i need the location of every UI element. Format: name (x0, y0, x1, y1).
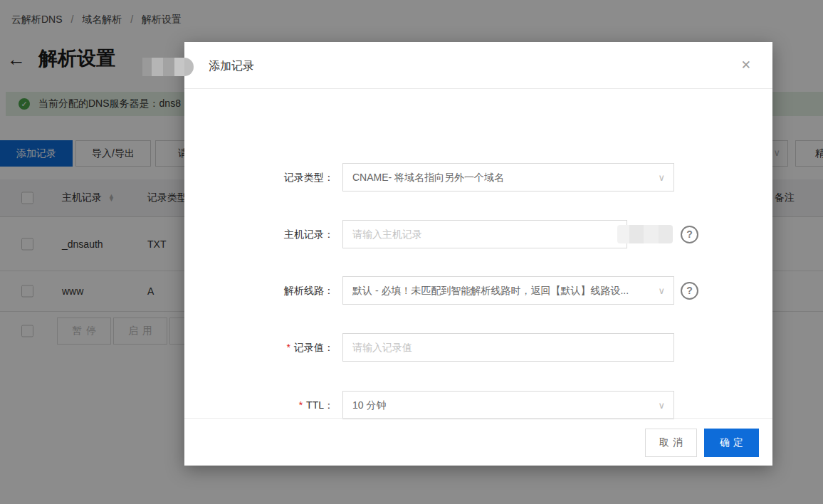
record-value-input-wrap (342, 333, 674, 362)
chevron-down-icon: ∨ (658, 392, 665, 419)
ttl-select[interactable]: 10 分钟 ∨ (342, 391, 674, 419)
dialog-title: 添加记录 (209, 59, 254, 74)
host-record-input-wrap (342, 220, 627, 248)
confirm-button[interactable]: 确定 (704, 429, 759, 457)
record-type-select[interactable]: CNAME- 将域名指向另外一个域名 ∨ (342, 163, 674, 191)
dialog-footer: 取消 确定 (184, 418, 772, 466)
host-record-input[interactable] (352, 221, 617, 248)
required-asterisk: * (287, 342, 290, 353)
resolution-line-label: 解析线路： (184, 276, 334, 305)
resolution-line-row: 解析线路： 默认 - 必填！未匹配到智能解析线路时，返回【默认】线路设... ∨… (184, 276, 772, 305)
redacted-domain-name (142, 58, 194, 76)
host-record-row: 主机记录： ? (184, 220, 772, 248)
record-value-row: *记录值： (184, 333, 772, 362)
record-value-label: *记录值： (184, 333, 334, 362)
record-value-label-text: 记录值： (294, 342, 334, 353)
record-type-value: CNAME- 将域名指向另外一个域名 (352, 172, 504, 183)
ttl-row: *TTL： 10 分钟 ∨ (184, 391, 772, 419)
cancel-button[interactable]: 取消 (645, 429, 697, 457)
resolution-line-select[interactable]: 默认 - 必填！未匹配到智能解析线路时，返回【默认】线路设... ∨ (342, 276, 674, 305)
record-type-row: 记录类型： CNAME- 将域名指向另外一个域名 ∨ (184, 163, 772, 191)
resolution-line-value: 默认 - 必填！未匹配到智能解析线路时，返回【默认】线路设... (352, 285, 629, 296)
redacted-domain-suffix (617, 225, 673, 243)
record-type-label: 记录类型： (184, 163, 334, 191)
help-icon[interactable]: ? (681, 282, 698, 300)
dialog-header: 添加记录 ✕ (184, 42, 772, 89)
ttl-label-text: TTL： (306, 399, 334, 411)
required-asterisk: * (299, 399, 303, 411)
chevron-down-icon: ∨ (658, 164, 665, 191)
host-record-label: 主机记录： (184, 220, 334, 248)
record-value-input[interactable] (352, 334, 652, 361)
add-record-dialog: 添加记录 ✕ 记录类型： CNAME- 将域名指向另外一个域名 ∨ 主机记录： … (184, 42, 772, 466)
ttl-value: 10 分钟 (352, 399, 386, 411)
ttl-label: *TTL： (184, 391, 334, 419)
help-icon[interactable]: ? (681, 226, 698, 243)
chevron-down-icon: ∨ (658, 278, 665, 305)
close-icon[interactable]: ✕ (741, 58, 751, 73)
